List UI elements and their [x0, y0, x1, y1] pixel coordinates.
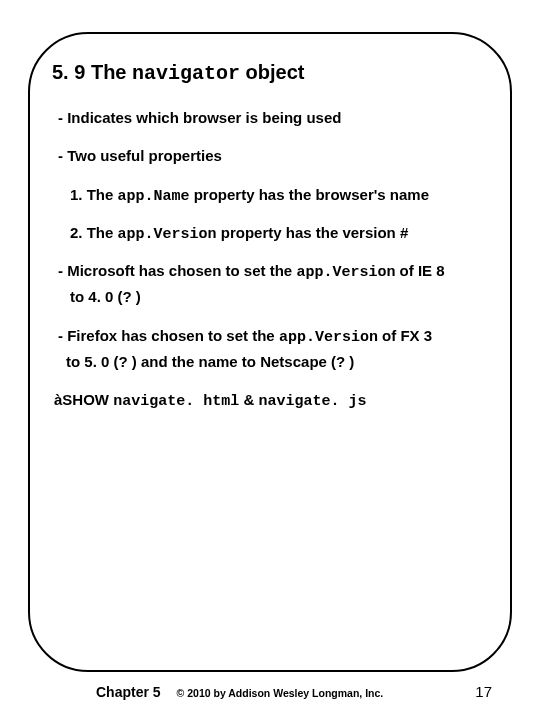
heading-code: navigator [132, 62, 240, 85]
heading-post: object [240, 61, 304, 83]
show-amp: & [239, 391, 258, 408]
footer-copyright: © 2010 by Addison Wesley Longman, Inc. [177, 687, 476, 699]
bullet-2: - Two useful properties [58, 146, 488, 166]
sub1-post: property has the browser's name [190, 186, 429, 203]
bullet-3: - Microsoft has chosen to set the app.Ve… [58, 261, 488, 283]
bullet-4-cont: to 5. 0 (? ) and the name to Netscape (?… [66, 352, 488, 372]
b4-post: of FX 3 [378, 327, 432, 344]
footer-chapter: Chapter 5 [96, 684, 161, 700]
sub-1: 1. The app.Name property has the browser… [70, 185, 488, 207]
show-line: àSHOW navigate. html & navigate. js [54, 390, 488, 412]
show-file2: navigate. js [258, 393, 366, 410]
sub-2: 2. The app.Version property has the vers… [70, 223, 488, 245]
sub1-pre: 1. The [70, 186, 118, 203]
sub2-post: property has the version # [217, 224, 409, 241]
sub1-code: app.Name [118, 188, 190, 205]
bullet-3-cont: to 4. 0 (? ) [70, 287, 488, 307]
b3-pre: - Microsoft has chosen to set the [58, 262, 296, 279]
footer-page-number: 17 [475, 683, 492, 700]
sub2-code: app.Version [118, 226, 217, 243]
bullet-1: - Indicates which browser is being used [58, 108, 488, 128]
slide-footer: Chapter 5 © 2010 by Addison Wesley Longm… [0, 683, 540, 700]
slide-frame: 5. 9 The navigator object - Indicates wh… [28, 32, 512, 672]
show-label: SHOW [62, 391, 113, 408]
b3-post: of IE 8 [395, 262, 444, 279]
heading-pre: 5. 9 The [52, 61, 132, 83]
b3-code: app.Version [296, 264, 395, 281]
bullet-4: - Firefox has chosen to set the app.Vers… [58, 326, 488, 348]
slide-heading: 5. 9 The navigator object [52, 60, 488, 86]
show-file1: navigate. html [113, 393, 239, 410]
b4-pre: - Firefox has chosen to set the [58, 327, 279, 344]
sub2-pre: 2. The [70, 224, 118, 241]
b4-code: app.Version [279, 329, 378, 346]
